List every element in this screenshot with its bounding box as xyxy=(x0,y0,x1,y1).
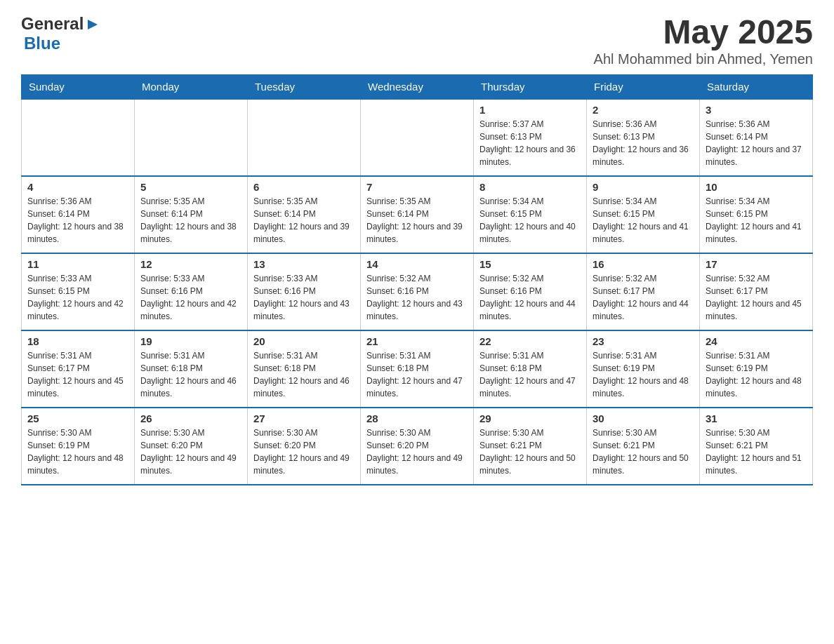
day-number: 8 xyxy=(479,181,581,193)
day-cell: 9Sunrise: 5:34 AMSunset: 6:15 PMDaylight… xyxy=(587,176,700,253)
day-cell: 6Sunrise: 5:35 AMSunset: 6:14 PMDaylight… xyxy=(248,176,361,253)
day-info: Sunrise: 5:30 AMSunset: 6:19 PMDaylight:… xyxy=(27,427,128,477)
day-number: 6 xyxy=(253,181,355,193)
weekday-header-monday: Monday xyxy=(135,74,248,99)
day-info: Sunrise: 5:30 AMSunset: 6:21 PMDaylight:… xyxy=(593,427,694,477)
day-info: Sunrise: 5:35 AMSunset: 6:14 PMDaylight:… xyxy=(366,195,468,246)
day-info: Sunrise: 5:32 AMSunset: 6:17 PMDaylight:… xyxy=(706,272,807,323)
day-info: Sunrise: 5:33 AMSunset: 6:16 PMDaylight:… xyxy=(253,272,355,323)
logo-triangle-icon xyxy=(85,17,100,32)
day-cell: 3Sunrise: 5:36 AMSunset: 6:14 PMDaylight… xyxy=(700,99,813,176)
day-info: Sunrise: 5:35 AMSunset: 6:14 PMDaylight:… xyxy=(253,195,355,246)
day-number: 13 xyxy=(253,258,355,270)
day-cell xyxy=(135,99,248,176)
day-cell: 31Sunrise: 5:30 AMSunset: 6:21 PMDayligh… xyxy=(700,408,813,485)
day-cell: 5Sunrise: 5:35 AMSunset: 6:14 PMDaylight… xyxy=(135,176,248,253)
day-number: 16 xyxy=(593,258,694,270)
week-row-4: 18Sunrise: 5:31 AMSunset: 6:17 PMDayligh… xyxy=(22,330,813,408)
day-info: Sunrise: 5:31 AMSunset: 6:18 PMDaylight:… xyxy=(253,349,355,400)
day-cell: 13Sunrise: 5:33 AMSunset: 6:16 PMDayligh… xyxy=(248,253,361,330)
day-cell: 7Sunrise: 5:35 AMSunset: 6:14 PMDaylight… xyxy=(361,176,474,253)
day-number: 17 xyxy=(706,258,807,270)
day-cell: 26Sunrise: 5:30 AMSunset: 6:20 PMDayligh… xyxy=(135,408,248,485)
day-number: 3 xyxy=(706,104,807,116)
day-info: Sunrise: 5:32 AMSunset: 6:16 PMDaylight:… xyxy=(479,272,581,323)
day-info: Sunrise: 5:36 AMSunset: 6:14 PMDaylight:… xyxy=(706,118,807,168)
day-info: Sunrise: 5:30 AMSunset: 6:21 PMDaylight:… xyxy=(706,427,807,477)
month-title: May 2025 xyxy=(594,14,813,51)
day-info: Sunrise: 5:33 AMSunset: 6:16 PMDaylight:… xyxy=(140,272,241,323)
day-cell: 11Sunrise: 5:33 AMSunset: 6:15 PMDayligh… xyxy=(22,253,135,330)
day-cell: 27Sunrise: 5:30 AMSunset: 6:20 PMDayligh… xyxy=(248,408,361,485)
day-number: 12 xyxy=(140,258,241,270)
weekday-header-sunday: Sunday xyxy=(22,74,135,99)
day-cell xyxy=(22,99,135,176)
day-info: Sunrise: 5:32 AMSunset: 6:16 PMDaylight:… xyxy=(366,272,468,323)
day-number: 4 xyxy=(27,181,128,193)
day-number: 5 xyxy=(140,181,241,193)
day-number: 21 xyxy=(366,335,468,347)
day-info: Sunrise: 5:30 AMSunset: 6:20 PMDaylight:… xyxy=(140,427,241,477)
day-number: 15 xyxy=(479,258,581,270)
week-row-1: 1Sunrise: 5:37 AMSunset: 6:13 PMDaylight… xyxy=(22,99,813,176)
day-info: Sunrise: 5:32 AMSunset: 6:17 PMDaylight:… xyxy=(593,272,694,323)
day-number: 24 xyxy=(706,335,807,347)
day-number: 14 xyxy=(366,258,468,270)
day-number: 9 xyxy=(593,181,694,193)
day-cell: 14Sunrise: 5:32 AMSunset: 6:16 PMDayligh… xyxy=(361,253,474,330)
day-cell: 17Sunrise: 5:32 AMSunset: 6:17 PMDayligh… xyxy=(700,253,813,330)
day-cell: 2Sunrise: 5:36 AMSunset: 6:13 PMDaylight… xyxy=(587,99,700,176)
svg-marker-0 xyxy=(88,20,98,29)
day-info: Sunrise: 5:30 AMSunset: 6:20 PMDaylight:… xyxy=(253,427,355,477)
day-info: Sunrise: 5:34 AMSunset: 6:15 PMDaylight:… xyxy=(593,195,694,246)
day-info: Sunrise: 5:37 AMSunset: 6:13 PMDaylight:… xyxy=(479,118,581,168)
week-row-2: 4Sunrise: 5:36 AMSunset: 6:14 PMDaylight… xyxy=(22,176,813,253)
day-cell: 1Sunrise: 5:37 AMSunset: 6:13 PMDaylight… xyxy=(474,99,587,176)
day-number: 27 xyxy=(253,412,355,424)
location-subtitle: Ahl Mohammed bin Ahmed, Yemen xyxy=(594,51,813,67)
day-cell: 25Sunrise: 5:30 AMSunset: 6:19 PMDayligh… xyxy=(22,408,135,485)
day-number: 10 xyxy=(706,181,807,193)
day-info: Sunrise: 5:31 AMSunset: 6:19 PMDaylight:… xyxy=(706,349,807,400)
day-number: 18 xyxy=(27,335,128,347)
day-cell xyxy=(361,99,474,176)
week-row-3: 11Sunrise: 5:33 AMSunset: 6:15 PMDayligh… xyxy=(22,253,813,330)
day-number: 19 xyxy=(140,335,241,347)
day-cell: 29Sunrise: 5:30 AMSunset: 6:21 PMDayligh… xyxy=(474,408,587,485)
day-cell: 8Sunrise: 5:34 AMSunset: 6:15 PMDaylight… xyxy=(474,176,587,253)
calendar-table: SundayMondayTuesdayWednesdayThursdayFrid… xyxy=(21,74,813,485)
day-cell: 30Sunrise: 5:30 AMSunset: 6:21 PMDayligh… xyxy=(587,408,700,485)
day-number: 28 xyxy=(366,412,468,424)
day-cell: 21Sunrise: 5:31 AMSunset: 6:18 PMDayligh… xyxy=(361,330,474,408)
day-number: 11 xyxy=(27,258,128,270)
page-header: General Blue May 2025 Ahl Mohammed bin A… xyxy=(21,14,813,67)
day-info: Sunrise: 5:31 AMSunset: 6:17 PMDaylight:… xyxy=(27,349,128,400)
day-cell: 22Sunrise: 5:31 AMSunset: 6:18 PMDayligh… xyxy=(474,330,587,408)
day-info: Sunrise: 5:31 AMSunset: 6:18 PMDaylight:… xyxy=(366,349,468,400)
day-info: Sunrise: 5:36 AMSunset: 6:14 PMDaylight:… xyxy=(27,195,128,246)
day-info: Sunrise: 5:30 AMSunset: 6:21 PMDaylight:… xyxy=(479,427,581,477)
day-cell: 12Sunrise: 5:33 AMSunset: 6:16 PMDayligh… xyxy=(135,253,248,330)
logo: General Blue xyxy=(21,14,100,53)
day-number: 1 xyxy=(479,104,581,116)
day-number: 26 xyxy=(140,412,241,424)
day-cell xyxy=(248,99,361,176)
day-cell: 23Sunrise: 5:31 AMSunset: 6:19 PMDayligh… xyxy=(587,330,700,408)
day-info: Sunrise: 5:31 AMSunset: 6:18 PMDaylight:… xyxy=(479,349,581,400)
day-info: Sunrise: 5:31 AMSunset: 6:19 PMDaylight:… xyxy=(593,349,694,400)
day-number: 20 xyxy=(253,335,355,347)
day-info: Sunrise: 5:31 AMSunset: 6:18 PMDaylight:… xyxy=(140,349,241,400)
day-info: Sunrise: 5:34 AMSunset: 6:15 PMDaylight:… xyxy=(706,195,807,246)
day-cell: 24Sunrise: 5:31 AMSunset: 6:19 PMDayligh… xyxy=(700,330,813,408)
day-number: 22 xyxy=(479,335,581,347)
day-cell: 4Sunrise: 5:36 AMSunset: 6:14 PMDaylight… xyxy=(22,176,135,253)
day-number: 25 xyxy=(27,412,128,424)
day-cell: 28Sunrise: 5:30 AMSunset: 6:20 PMDayligh… xyxy=(361,408,474,485)
day-number: 30 xyxy=(593,412,694,424)
day-info: Sunrise: 5:33 AMSunset: 6:15 PMDaylight:… xyxy=(27,272,128,323)
day-cell: 15Sunrise: 5:32 AMSunset: 6:16 PMDayligh… xyxy=(474,253,587,330)
day-info: Sunrise: 5:36 AMSunset: 6:13 PMDaylight:… xyxy=(593,118,694,168)
day-cell: 20Sunrise: 5:31 AMSunset: 6:18 PMDayligh… xyxy=(248,330,361,408)
day-number: 29 xyxy=(479,412,581,424)
day-cell: 19Sunrise: 5:31 AMSunset: 6:18 PMDayligh… xyxy=(135,330,248,408)
